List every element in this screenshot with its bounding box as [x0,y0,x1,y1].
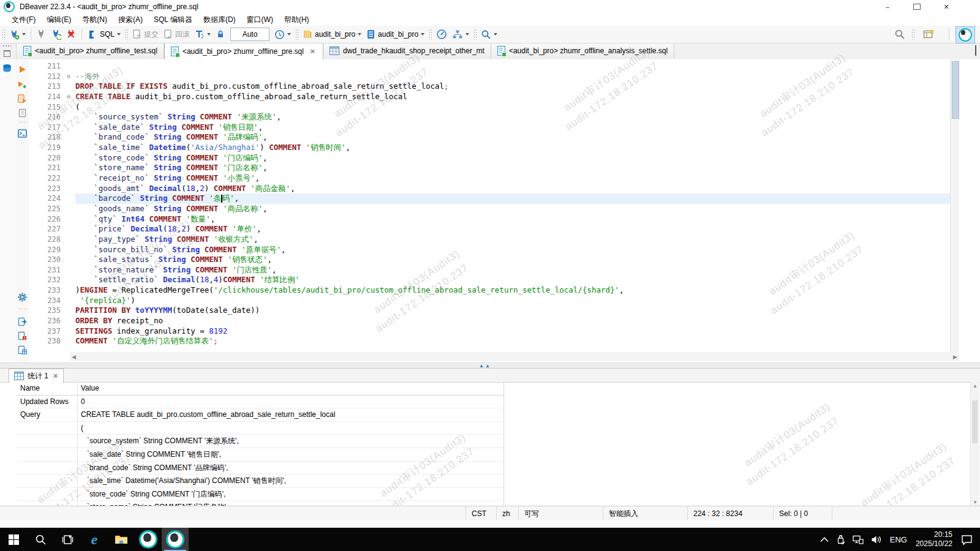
code-line[interactable]: 212⊖--海外 [29,72,959,82]
scrollbar-thumb[interactable] [952,61,959,119]
editor-vertical-scrollbar[interactable] [950,59,959,352]
table-row[interactable]: `store_code` String COMMENT '门店编码', [17,488,503,501]
maximize-panel-button[interactable] [975,47,976,55]
table-row[interactable]: ( [17,422,503,435]
fold-marker[interactable]: ⊖ [67,72,75,82]
status-item-2[interactable]: 可写 [518,506,603,521]
code-line[interactable]: 213DROP TABLE IF EXISTS audit_bi_pro.cus… [29,81,959,92]
close-icon[interactable]: ✕ [309,48,317,56]
code-line[interactable]: 237SETTINGS index_granularity = 8192 [29,326,959,337]
table-row[interactable]: `brand_code` String COMMENT '品牌编码', [17,462,503,475]
script-preview-button[interactable] [17,108,28,118]
menu-item-0[interactable]: 文件(F) [6,13,41,26]
execute-statement-button[interactable] [17,64,28,75]
network-icon[interactable] [849,528,867,551]
code-line[interactable]: 215( [29,102,959,113]
table-row[interactable]: Updated Rows0 [17,395,503,409]
code-line[interactable]: 223 `goods_amt` Decimal(18,2) COMMENT '商… [29,184,959,194]
menu-item-5[interactable]: 数据库(D) [198,13,241,26]
object-search-button[interactable] [479,27,499,42]
status-item-1[interactable]: zh [496,506,518,521]
close-button[interactable]: ✕ [932,0,960,13]
code-line[interactable]: 229 `source_bill_no` String COMMENT '原单据… [29,245,959,255]
menu-item-6[interactable]: 窗口(W) [241,13,279,26]
menu-item-1[interactable]: 编辑(E) [41,13,77,26]
status-item-3[interactable]: 智能插入 [603,506,687,521]
code-line[interactable]: 230 `sale_status` String COMMENT '销售状态', [29,255,959,265]
taskbar-search-button[interactable] [27,528,54,551]
code-line[interactable]: 225 `goods_name` String COMMENT '商品名称', [29,204,959,214]
menu-item-4[interactable]: SQL 编辑器 [148,13,198,26]
tab-statistics[interactable]: 统计 1 ✕ [9,369,64,383]
code-line[interactable]: 224 `barcode` String COMMENT '条码', [29,193,959,204]
code-line[interactable]: 227 `price` Decimal(18,2) COMMENT '单价', [29,224,959,234]
column-header-value[interactable]: Value [78,382,503,395]
close-icon[interactable]: ✕ [53,372,58,380]
results-vertical-scrollbar[interactable]: ▲ ▼ [970,382,979,506]
new-connection-button[interactable] [7,27,28,42]
disconnect-button[interactable] [64,27,78,42]
code-line[interactable]: 220 `store_code` String COMMENT '门店编码', [29,153,959,163]
code-line[interactable]: 214⊖CREATE TABLE audit_bi_pro.custom_off… [29,92,959,102]
table-row[interactable]: `sale_date` String COMMENT '销售日期', [17,448,503,462]
code-line[interactable]: 234 '{replica}') [29,296,959,306]
menu-item-2[interactable]: 导航(N) [77,13,113,26]
commit-button[interactable]: 提交 [130,27,160,42]
editor-settings-button[interactable] [17,292,28,302]
table-row[interactable]: QueryCREATE TABLE audit_bi_pro.custom_of… [17,408,503,422]
dbeaver-taskbar-button[interactable] [135,528,162,551]
task-view-button[interactable] [54,528,81,551]
validate-script-button[interactable] [17,331,28,341]
menu-item-7[interactable]: 帮助(H) [279,13,315,26]
scroll-down-arrow-icon[interactable]: ▼ [971,500,979,505]
action-center-button[interactable] [957,528,980,551]
execute-script-button[interactable] [17,94,28,104]
database-navigator-icon[interactable] [2,63,13,73]
editor-horizontal-scrollbar[interactable]: ◀ ▶ [70,352,959,361]
code-line[interactable]: 218 `brand_code` String COMMENT '品牌编码', [29,132,959,143]
column-header-name[interactable]: Name [17,382,78,395]
volume-icon[interactable] [867,528,886,551]
language-indicator[interactable]: ENG [886,528,911,551]
start-button[interactable] [0,528,27,551]
scroll-right-arrow-icon[interactable]: ▶ [953,354,957,360]
scroll-up-arrow-icon[interactable]: ▲ [971,383,979,389]
maximize-button[interactable] [903,0,931,13]
editor-tab-3[interactable]: <audit_bi_pro> zhumr_offline_analysis_se… [491,43,674,59]
code-line[interactable]: 228 `pay_type` String COMMENT '收银方式', [29,234,959,245]
commit-mode-selector[interactable]: Auto [230,28,270,41]
code-line[interactable]: 219 `sale_time` Datetime('Asia/Shanghai'… [29,143,959,153]
export-result-button[interactable] [17,317,28,327]
taskbar-clock[interactable]: 20:15 2025/10/22 [911,530,957,549]
scrollbar-thumb[interactable] [972,400,978,443]
script-statistics-button[interactable] [17,345,28,355]
table-row[interactable]: `sale_time` Datetime('Asia/Shanghai') CO… [17,474,503,488]
code-line[interactable]: 216 `source_system` String COMMENT '来源系统… [29,112,959,122]
code-line[interactable]: 222 `receipt_no` String COMMENT '小票号', [29,173,959,184]
code-line[interactable]: 238COMMENT '自定义海外门店销售结算表'; [29,336,959,347]
code-line[interactable]: 236ORDER BY receipt_no [29,316,959,326]
code-editor[interactable]: 211212⊖--海外213DROP TABLE IF EXISTS audit… [29,61,959,347]
view-toolbar-collapsed[interactable] [0,43,17,59]
transaction-mode-button[interactable] [193,27,213,42]
transaction-log-button[interactable] [273,27,293,42]
sql-editor-button[interactable]: SQL [85,27,123,42]
table-row[interactable]: `source_system` String COMMENT '来源系统', [17,435,503,448]
reconnect-button[interactable] [49,27,63,42]
user-profile-button[interactable] [956,26,975,43]
code-line[interactable]: 231 `store_nature` String COMMENT '门店性质'… [29,265,959,276]
status-item-5[interactable]: Sel: 0 | 0 [773,506,832,521]
tray-overflow-button[interactable] [816,528,832,551]
code-line[interactable]: 221 `store_name` String COMMENT '门店名称', [29,163,959,173]
menu-item-3[interactable]: 搜索(A) [113,13,148,26]
statistics-grid[interactable]: Name Value Updated Rows0QueryCREATE TABL… [17,382,504,506]
file-explorer-button[interactable] [108,528,135,551]
code-line[interactable]: 211 [29,61,959,72]
lock-button[interactable] [214,27,227,42]
editor-tab-0[interactable]: <audit_bi_pro> zhumr_offline_test.sql [17,43,164,59]
code-line[interactable]: 232 `settle_ratio` Decimal(18,4)COMMENT … [29,275,959,285]
status-item-4[interactable]: 224 : 32 : 8234 [687,506,773,521]
internet-explorer-button[interactable]: e [81,528,108,551]
code-line[interactable]: 217 `sale_date` String COMMENT '销售日期', [29,122,959,133]
code-line[interactable]: 235PARTITION BY toYYYYMM(toDate(sale_dat… [29,305,959,316]
